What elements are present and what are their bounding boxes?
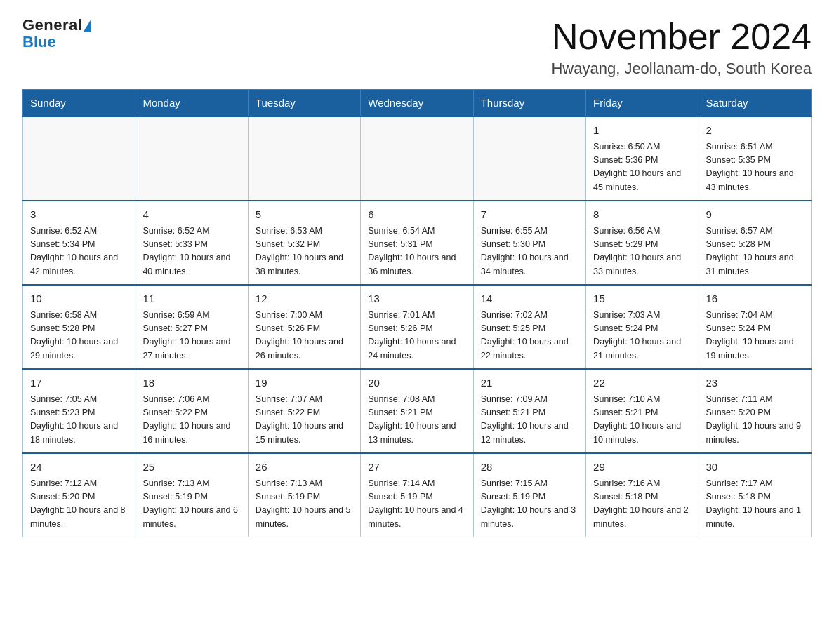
calendar-week-row: 3Sunrise: 6:52 AMSunset: 5:34 PMDaylight… [23, 201, 812, 285]
calendar-cell: 25Sunrise: 7:13 AMSunset: 5:19 PMDayligh… [135, 453, 248, 537]
day-number: 26 [256, 459, 353, 476]
day-info: Sunrise: 6:56 AMSunset: 5:29 PMDaylight:… [593, 224, 691, 279]
calendar-cell: 21Sunrise: 7:09 AMSunset: 5:21 PMDayligh… [473, 369, 585, 453]
day-info: Sunrise: 7:17 AMSunset: 5:18 PMDaylight:… [706, 477, 804, 532]
day-info: Sunrise: 6:54 AMSunset: 5:31 PMDaylight:… [368, 224, 465, 279]
day-info: Sunrise: 6:53 AMSunset: 5:32 PMDaylight:… [256, 224, 353, 279]
calendar-cell: 17Sunrise: 7:05 AMSunset: 5:23 PMDayligh… [23, 369, 135, 453]
calendar-cell: 22Sunrise: 7:10 AMSunset: 5:21 PMDayligh… [586, 369, 699, 453]
day-info: Sunrise: 7:06 AMSunset: 5:22 PMDaylight:… [143, 393, 240, 448]
calendar-cell [23, 116, 135, 201]
calendar-cell: 24Sunrise: 7:12 AMSunset: 5:20 PMDayligh… [23, 453, 135, 537]
day-number: 14 [481, 291, 578, 307]
calendar-cell: 20Sunrise: 7:08 AMSunset: 5:21 PMDayligh… [361, 369, 473, 453]
day-number: 10 [30, 291, 128, 307]
calendar-cell: 23Sunrise: 7:11 AMSunset: 5:20 PMDayligh… [699, 369, 811, 453]
day-number: 23 [706, 375, 804, 391]
calendar-cell: 8Sunrise: 6:56 AMSunset: 5:29 PMDaylight… [586, 201, 699, 285]
calendar-cell: 11Sunrise: 6:59 AMSunset: 5:27 PMDayligh… [135, 285, 248, 369]
day-number: 22 [593, 375, 691, 391]
day-number: 6 [368, 207, 465, 223]
title-block: November 2024 Hwayang, Jeollanam-do, Sou… [551, 17, 812, 78]
calendar-cell: 1Sunrise: 6:50 AMSunset: 5:36 PMDaylight… [586, 116, 699, 201]
calendar-cell: 27Sunrise: 7:14 AMSunset: 5:19 PMDayligh… [361, 453, 473, 537]
weekday-header-thursday: Thursday [473, 90, 585, 117]
calendar-cell: 2Sunrise: 6:51 AMSunset: 5:35 PMDaylight… [699, 116, 811, 201]
calendar-cell: 30Sunrise: 7:17 AMSunset: 5:18 PMDayligh… [699, 453, 811, 537]
day-number: 29 [593, 459, 691, 476]
day-number: 11 [143, 291, 240, 307]
day-info: Sunrise: 6:58 AMSunset: 5:28 PMDaylight:… [30, 309, 128, 363]
weekday-header-saturday: Saturday [699, 90, 811, 117]
calendar-week-row: 1Sunrise: 6:50 AMSunset: 5:36 PMDaylight… [23, 116, 812, 201]
day-info: Sunrise: 7:03 AMSunset: 5:24 PMDaylight:… [593, 309, 691, 363]
day-info: Sunrise: 7:13 AMSunset: 5:19 PMDaylight:… [143, 477, 240, 532]
day-number: 1 [593, 123, 691, 139]
day-info: Sunrise: 7:07 AMSunset: 5:22 PMDaylight:… [256, 393, 353, 448]
day-info: Sunrise: 7:15 AMSunset: 5:19 PMDaylight:… [481, 477, 578, 532]
day-number: 4 [143, 207, 240, 223]
day-number: 5 [256, 207, 353, 223]
day-number: 8 [593, 207, 691, 223]
day-number: 16 [706, 291, 804, 307]
weekday-header-sunday: Sunday [23, 90, 135, 117]
day-info: Sunrise: 6:55 AMSunset: 5:30 PMDaylight:… [481, 224, 578, 279]
day-number: 19 [256, 375, 353, 391]
calendar-body: 1Sunrise: 6:50 AMSunset: 5:36 PMDaylight… [23, 116, 812, 537]
day-number: 2 [706, 123, 804, 139]
day-info: Sunrise: 7:09 AMSunset: 5:21 PMDaylight:… [481, 393, 578, 448]
logo-general-text: General [22, 17, 82, 34]
calendar-week-row: 24Sunrise: 7:12 AMSunset: 5:20 PMDayligh… [23, 453, 812, 537]
calendar-cell [135, 116, 248, 201]
day-number: 3 [30, 207, 128, 223]
day-info: Sunrise: 7:11 AMSunset: 5:20 PMDaylight:… [706, 393, 804, 448]
day-info: Sunrise: 7:05 AMSunset: 5:23 PMDaylight:… [30, 393, 128, 448]
day-number: 7 [481, 207, 578, 223]
calendar-cell: 4Sunrise: 6:52 AMSunset: 5:33 PMDaylight… [135, 201, 248, 285]
page-subtitle: Hwayang, Jeollanam-do, South Korea [551, 60, 812, 78]
calendar-table: SundayMondayTuesdayWednesdayThursdayFrid… [22, 89, 812, 537]
day-number: 30 [706, 459, 804, 476]
day-number: 25 [143, 459, 240, 476]
day-info: Sunrise: 7:14 AMSunset: 5:19 PMDaylight:… [368, 477, 465, 532]
calendar-cell [473, 116, 585, 201]
day-number: 18 [143, 375, 240, 391]
day-info: Sunrise: 7:12 AMSunset: 5:20 PMDaylight:… [30, 477, 128, 532]
day-number: 12 [256, 291, 353, 307]
calendar-cell: 7Sunrise: 6:55 AMSunset: 5:30 PMDaylight… [473, 201, 585, 285]
day-number: 15 [593, 291, 691, 307]
day-info: Sunrise: 6:57 AMSunset: 5:28 PMDaylight:… [706, 224, 804, 279]
calendar-cell: 19Sunrise: 7:07 AMSunset: 5:22 PMDayligh… [248, 369, 360, 453]
page-title: November 2024 [551, 17, 812, 57]
calendar-week-row: 10Sunrise: 6:58 AMSunset: 5:28 PMDayligh… [23, 285, 812, 369]
day-number: 9 [706, 207, 804, 223]
day-info: Sunrise: 7:00 AMSunset: 5:26 PMDaylight:… [256, 309, 353, 363]
day-number: 28 [481, 459, 578, 476]
calendar-header: SundayMondayTuesdayWednesdayThursdayFrid… [23, 90, 812, 117]
calendar-cell: 3Sunrise: 6:52 AMSunset: 5:34 PMDaylight… [23, 201, 135, 285]
weekday-header-wednesday: Wednesday [361, 90, 473, 117]
calendar-cell: 26Sunrise: 7:13 AMSunset: 5:19 PMDayligh… [248, 453, 360, 537]
calendar-week-row: 17Sunrise: 7:05 AMSunset: 5:23 PMDayligh… [23, 369, 812, 453]
calendar-cell [248, 116, 360, 201]
calendar-cell: 28Sunrise: 7:15 AMSunset: 5:19 PMDayligh… [473, 453, 585, 537]
weekday-header-tuesday: Tuesday [248, 90, 360, 117]
logo-triangle-icon [84, 19, 91, 32]
day-info: Sunrise: 7:04 AMSunset: 5:24 PMDaylight:… [706, 309, 804, 363]
day-number: 24 [30, 459, 128, 476]
calendar-cell: 9Sunrise: 6:57 AMSunset: 5:28 PMDaylight… [699, 201, 811, 285]
weekday-header-monday: Monday [135, 90, 248, 117]
day-info: Sunrise: 6:52 AMSunset: 5:33 PMDaylight:… [143, 224, 240, 279]
calendar-cell: 5Sunrise: 6:53 AMSunset: 5:32 PMDaylight… [248, 201, 360, 285]
day-info: Sunrise: 7:16 AMSunset: 5:18 PMDaylight:… [593, 477, 691, 532]
logo: General Blue [22, 17, 91, 51]
weekday-header-row: SundayMondayTuesdayWednesdayThursdayFrid… [23, 90, 812, 117]
calendar-cell: 10Sunrise: 6:58 AMSunset: 5:28 PMDayligh… [23, 285, 135, 369]
day-number: 17 [30, 375, 128, 391]
logo-blue-text: Blue [22, 34, 56, 51]
day-info: Sunrise: 7:10 AMSunset: 5:21 PMDaylight:… [593, 393, 691, 448]
calendar-cell: 13Sunrise: 7:01 AMSunset: 5:26 PMDayligh… [361, 285, 473, 369]
day-info: Sunrise: 7:13 AMSunset: 5:19 PMDaylight:… [256, 477, 353, 532]
day-number: 21 [481, 375, 578, 391]
day-number: 20 [368, 375, 465, 391]
